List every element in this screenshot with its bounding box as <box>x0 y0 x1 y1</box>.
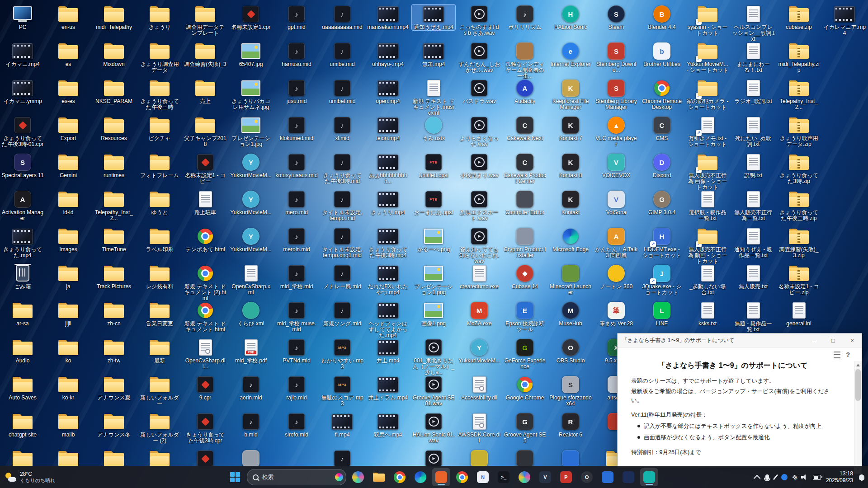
desktop-icon[interactable]: ♪mero.mid <box>275 190 318 216</box>
desktop-icon[interactable]: RReaktor 6 <box>549 412 592 438</box>
desktop-icon[interactable]: ♪umibe.mid <box>321 42 364 67</box>
taskbar-media-app-icon[interactable] <box>515 468 533 486</box>
desktop-icon[interactable]: Track Pictures <box>92 264 136 290</box>
desktop-icon[interactable]: OpenCvSharp.dll... <box>184 338 227 370</box>
desktop-icon[interactable]: ▶バスドラ.wav <box>458 79 501 104</box>
desktop-icon[interactable]: ♪メドレー風.mid <box>321 264 364 290</box>
volume-icon[interactable] <box>801 474 808 480</box>
desktop-icon[interactable]: きょうり食ってた午後三時 <box>138 79 181 110</box>
desktop-icon[interactable]: プレゼンテーション1.png <box>412 264 455 296</box>
desktop-icon[interactable]: きょうり食ってた午後3時.cpr <box>184 412 227 444</box>
desktop-icon[interactable]: ♪mid_学校.mid <box>275 264 318 290</box>
desktop-icon[interactable]: AWSSDK.Core.dll <box>458 412 501 444</box>
desktop-icon[interactable]: 名称未設定1 - コピー.zip <box>777 264 821 296</box>
desktop-icon[interactable]: 調査練習(失敗)_3 <box>184 42 227 67</box>
desktop-icon[interactable]: YYukkuriMovieM... <box>229 190 273 216</box>
weather-widget[interactable]: 28°C くもりのち晴れ <box>5 466 56 488</box>
taskbar-file-explorer-icon[interactable] <box>370 468 388 486</box>
taskbar-voicevox-icon[interactable]: V <box>536 468 554 486</box>
desktop-icon[interactable]: ♪gpt.mid <box>275 5 318 30</box>
battery-icon[interactable] <box>813 475 821 480</box>
desktop-icon[interactable]: まにまにわーる！.txt <box>731 42 775 73</box>
desktop-icon[interactable]: ♪ポリリリズム <box>503 5 547 30</box>
desktop-icon[interactable]: mid_学校.pdf <box>229 338 273 364</box>
desktop-icon[interactable]: open.mp4 <box>366 79 410 104</box>
desktop-icon[interactable]: 無題.mp4 <box>412 42 455 67</box>
desktop-icon[interactable]: 営業日変更 <box>138 301 181 327</box>
desktop-icon[interactable]: Controller Editor <box>503 190 547 216</box>
dialog-scrollbar[interactable] <box>854 361 862 474</box>
desktop-icon[interactable]: Mixdown <box>92 42 136 67</box>
desktop-icon[interactable]: jijii <box>47 301 90 327</box>
desktop-icon[interactable]: GGeForce Experience <box>503 338 547 370</box>
desktop-icon[interactable]: 井上.mp4 <box>366 338 410 364</box>
taskbar-edge-icon[interactable] <box>411 468 429 486</box>
desktop-icon[interactable]: きょうりバカコレ用サムネ.jpg <box>229 79 273 110</box>
desktop-icon[interactable]: ♪b.mid <box>229 412 273 438</box>
desktop-icon[interactable]: eInternet Explorer <box>549 42 592 67</box>
desktop-icon[interactable]: CCakewalk Product Center <box>503 153 547 184</box>
desktop-icon[interactable]: zh-tw <box>92 338 136 364</box>
desktop-icon[interactable]: 調査用データテンプレート <box>184 5 227 36</box>
desktop[interactable]: { "colors":{"selection":"#7fb2e8","taskb… <box>0 0 868 488</box>
minimize-button[interactable]: – <box>805 333 824 347</box>
desktop-icon[interactable]: ヘルスコンプレッション__歌詞.txt <box>731 5 775 42</box>
desktop-icon[interactable]: 孤独なインディゲーム開発者の一生... <box>503 42 547 79</box>
taskbar-app-teal-icon[interactable] <box>640 468 658 486</box>
desktop-icon[interactable]: ラジオ_歌詞.txt <box>731 79 775 104</box>
desktop-icon[interactable]: Telepathy_Inst_2... <box>92 190 136 221</box>
desktop-icon[interactable]: MMuseHub <box>549 301 592 327</box>
desktop-icon[interactable]: general.ini <box>777 301 821 327</box>
desktop-icon[interactable]: ♪きょうり食ってた午後3時.mid <box>321 153 364 184</box>
desktop-icon[interactable]: ko-kr <box>47 375 90 401</box>
desktop-icon[interactable]: ♪uaaaaaaaaa.mid <box>321 5 364 30</box>
desktop-icon[interactable]: ko <box>47 338 90 364</box>
desktop-icon[interactable]: PTBUntitled.ppsf <box>412 153 455 178</box>
desktop-icon[interactable]: 名称未設定1.cpr <box>229 5 273 30</box>
desktop-icon[interactable]: 新規 テキスト ドキュメント.musicxml <box>412 79 455 116</box>
desktop-icon[interactable]: HHALion Sonic <box>549 5 592 30</box>
desktop-icon[interactable]: ♪klokumed.mid <box>275 116 318 141</box>
scrollbar-thumb[interactable] <box>855 369 861 401</box>
desktop-icon[interactable]: 新しいフォルダー <box>138 375 181 407</box>
desktop-icon[interactable]: ♪jusu.mid <box>275 79 318 104</box>
microphone-icon[interactable] <box>765 474 769 480</box>
desktop-icon[interactable]: createdump.exe <box>458 264 501 290</box>
desktop-icon[interactable]: だれだFXいれたやつ.mp4 <box>366 264 410 296</box>
desktop-icon[interactable]: VVOICEVOX <box>594 153 638 178</box>
desktop-icon[interactable]: 説明.txt <box>731 153 775 178</box>
desktop-icon[interactable]: ピクチャ <box>138 116 181 141</box>
desktop-icon[interactable]: ♪PVTNd.mid <box>275 338 318 364</box>
desktop-icon[interactable]: Accessibility.dll <box>458 375 501 401</box>
desktop-icon[interactable]: ↗syasinn - ショートカット <box>686 5 729 36</box>
desktop-icon[interactable]: 路上駐車 <box>184 190 227 216</box>
desktop-icon[interactable]: 筆筆まめ Ver.28 <box>594 301 638 327</box>
desktop-icon[interactable]: きょうり食ってた.mp4 <box>1 227 44 258</box>
pen-icon[interactable] <box>773 474 778 480</box>
desktop-icon[interactable]: くらび.xml <box>229 301 273 327</box>
maximize-button[interactable]: □ <box>824 333 843 347</box>
desktop-icon[interactable]: ♪タイトル未設定, tempo.ong1.mid <box>321 227 364 258</box>
desktop-icon[interactable]: 売上 <box>184 79 227 104</box>
desktop-icon[interactable]: ゆうと <box>138 190 181 216</box>
desktop-icon[interactable]: midi_Telepathy <box>92 5 136 30</box>
desktop-icon[interactable]: ♪rajio.mid <box>275 375 318 401</box>
desktop-icon[interactable]: NKSC_PARAM <box>92 79 136 104</box>
desktop-icon[interactable]: ♪新規ソング.mid <box>321 301 364 327</box>
taskbar-app-blue-icon[interactable] <box>599 468 617 486</box>
desktop-icon[interactable]: chatgpt-site <box>1 412 44 438</box>
desktop-icon[interactable]: Chrome Remote Desktop <box>640 79 684 110</box>
desktop-icon[interactable]: ♪kotusytuaaus.mid <box>275 153 318 178</box>
desktop-icon[interactable]: PC <box>1 5 44 30</box>
desktop-icon[interactable]: 井上ドラム.mp4 <box>366 375 410 401</box>
desktop-icon[interactable]: YYukkuriMovieM... <box>229 153 273 178</box>
taskbar-copilot-icon[interactable] <box>349 468 367 486</box>
desktop-icon[interactable]: OOBS Studio <box>549 338 592 364</box>
desktop-icon[interactable]: きょうり歌声用データ.zip <box>777 116 821 147</box>
desktop-icon[interactable]: きょうり食ってた午後3時.mp4 <box>366 227 410 258</box>
desktop-icon[interactable]: イカレマニア.mp4 <box>823 5 866 36</box>
desktop-icon[interactable]: ▶HALion Sonic 01.wav <box>412 412 455 444</box>
desktop-icon[interactable]: ↗無人販売不正行為 動画 - ショートカット <box>686 227 729 264</box>
desktop-icon[interactable]: fi.mp4 <box>321 412 364 438</box>
help-icon[interactable]: ? <box>846 351 850 358</box>
